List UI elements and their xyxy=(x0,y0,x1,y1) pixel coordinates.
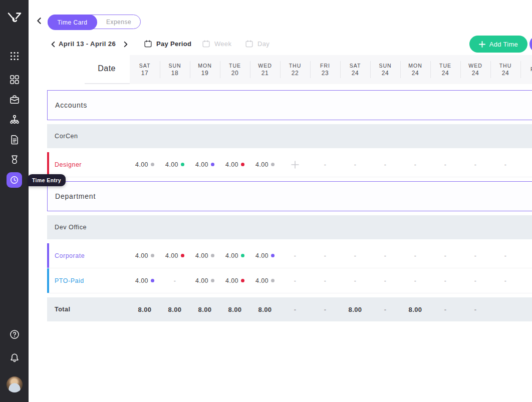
timesheet-cell[interactable]: - xyxy=(310,243,340,268)
status-dot xyxy=(151,163,154,166)
timesheet-cell[interactable]: - xyxy=(520,268,532,293)
row-pto-paid: PTO-Paid 4.00 - 4.00 4.00 4.00 - - - - -… xyxy=(47,268,532,293)
timesheet-cell[interactable]: 4.00 xyxy=(190,268,220,293)
section-department[interactable]: Department xyxy=(47,181,532,211)
timesheet-cell[interactable]: - xyxy=(400,243,430,268)
date-column-header: Date xyxy=(47,55,130,84)
time-entry-nav-icon[interactable] xyxy=(7,172,22,188)
timesheet-cell[interactable]: 4.00 xyxy=(190,152,220,177)
total-cell: 8.00 xyxy=(160,297,190,321)
total-cell: 8.00 xyxy=(250,297,280,321)
dashboard-icon[interactable] xyxy=(9,74,20,85)
timesheet-cell[interactable]: 4.00 xyxy=(130,243,160,268)
timesheet-cell[interactable]: - xyxy=(460,152,490,177)
prev-period-chevron-icon[interactable] xyxy=(50,41,57,48)
timesheet-cell[interactable]: 4.00 xyxy=(160,152,190,177)
view-week[interactable]: Week xyxy=(202,40,231,48)
timesheet-cell[interactable]: - xyxy=(520,243,532,268)
day-column-header: SUN18 xyxy=(160,55,190,84)
status-dot xyxy=(241,254,244,257)
timesheet-cell[interactable]: 4.00 xyxy=(130,268,160,293)
add-entry-cell[interactable] xyxy=(280,152,310,177)
day-column-header: FRI xyxy=(520,55,532,84)
timesheet-cell[interactable]: - xyxy=(430,152,460,177)
timesheet-cell[interactable]: 4.00 xyxy=(220,268,250,293)
timesheet-cell[interactable]: 4.00 xyxy=(220,243,250,268)
view-day-label: Day xyxy=(257,40,270,48)
tab-expense[interactable]: Expense xyxy=(97,15,140,29)
section-accounts[interactable]: Accounts xyxy=(47,90,532,120)
sidebar xyxy=(0,0,29,402)
timesheet-cell[interactable]: 4.00 xyxy=(220,152,250,177)
timesheet-cell[interactable]: - xyxy=(370,152,400,177)
medal-icon[interactable] xyxy=(9,154,20,165)
corporate-cells: 4.00 4.00 4.00 4.00 4.00 - - - - - - - -… xyxy=(130,243,532,268)
view-pay-period[interactable]: Pay Period xyxy=(144,40,191,48)
calendar-icon xyxy=(245,40,253,48)
timesheet-cell[interactable]: - xyxy=(460,243,490,268)
timesheet-cell[interactable]: - xyxy=(490,268,520,293)
timesheet-cell[interactable]: - xyxy=(400,268,430,293)
total-cell: 8.00 xyxy=(400,297,430,321)
total-cell: 8.00 xyxy=(220,297,250,321)
timesheet-cell[interactable]: - xyxy=(280,243,310,268)
row-total: Total 8.00 8.00 8.00 8.00 8.00 - - 8.00 … xyxy=(47,297,532,321)
timesheet-cell[interactable]: - xyxy=(460,268,490,293)
add-time-button[interactable]: Add Time xyxy=(469,36,527,53)
org-chart-icon[interactable] xyxy=(9,114,20,125)
clipped-purple-action-button[interactable] xyxy=(529,36,532,53)
briefcase-icon[interactable] xyxy=(9,94,20,105)
day-column-header: SAT24 xyxy=(340,55,370,84)
timesheet-cell[interactable]: - xyxy=(430,268,460,293)
status-dot xyxy=(211,279,214,282)
timesheet-cell[interactable]: - xyxy=(520,152,532,177)
user-avatar[interactable] xyxy=(7,376,23,392)
timesheet-cell[interactable]: 4.00 xyxy=(250,243,280,268)
help-icon[interactable] xyxy=(9,329,20,340)
time-card-page: Time Entry Time Card Expense April 13 - … xyxy=(0,0,532,402)
document-icon[interactable] xyxy=(9,134,20,145)
timesheet-cell[interactable]: 4.00 xyxy=(250,152,280,177)
timesheet-cell[interactable]: 4.00 xyxy=(250,268,280,293)
timesheet-cell[interactable]: 4.00 xyxy=(190,243,220,268)
date-header-label: Date xyxy=(98,64,116,73)
row-corporate-label[interactable]: Corporate xyxy=(55,243,85,268)
row-designer-label[interactable]: Designer xyxy=(55,152,82,177)
timesheet-cell[interactable]: - xyxy=(310,268,340,293)
status-dot xyxy=(271,163,275,166)
apps-grid-icon[interactable] xyxy=(9,51,20,62)
status-dot xyxy=(151,279,154,282)
day-column-header: MON19 xyxy=(190,55,220,84)
timesheet-cell[interactable]: 4.00 xyxy=(130,152,160,177)
group-row-dev-office: Dev Office xyxy=(47,215,532,239)
timesheet-cell[interactable]: - xyxy=(430,243,460,268)
row-pto-paid-label[interactable]: PTO-Paid xyxy=(55,268,84,293)
timesheet-cell[interactable]: - xyxy=(490,152,520,177)
add-time-label: Add Time xyxy=(489,41,518,48)
total-cell: 8.00 xyxy=(130,297,160,321)
timesheet-cell[interactable]: - xyxy=(370,243,400,268)
next-period-chevron-icon[interactable] xyxy=(122,41,129,48)
bell-icon[interactable] xyxy=(9,352,20,363)
row-color-bar xyxy=(47,152,49,177)
day-column-header: TUE24 xyxy=(430,55,460,84)
timesheet-cell[interactable]: - xyxy=(280,268,310,293)
timesheet-cell[interactable]: 4.00 xyxy=(160,243,190,268)
timesheet-cell[interactable]: - xyxy=(160,268,190,293)
timesheet-cell[interactable]: - xyxy=(370,268,400,293)
timesheet-cell[interactable]: - xyxy=(340,243,370,268)
brand-logo-icon[interactable] xyxy=(7,12,23,26)
total-cell: - xyxy=(460,297,490,321)
timesheet-cell[interactable]: - xyxy=(310,152,340,177)
timesheet-cell[interactable]: - xyxy=(340,152,370,177)
calendar-icon xyxy=(202,40,210,48)
tab-time-card[interactable]: Time Card xyxy=(48,15,97,30)
timesheet-cell[interactable]: - xyxy=(400,152,430,177)
plus-icon xyxy=(479,41,485,48)
timesheet-cell[interactable]: - xyxy=(490,243,520,268)
total-cell xyxy=(520,297,532,321)
timesheet-cell[interactable]: - xyxy=(340,268,370,293)
collapse-back-chevron-icon[interactable] xyxy=(35,17,44,25)
view-day[interactable]: Day xyxy=(245,40,270,48)
status-dot xyxy=(181,254,184,257)
